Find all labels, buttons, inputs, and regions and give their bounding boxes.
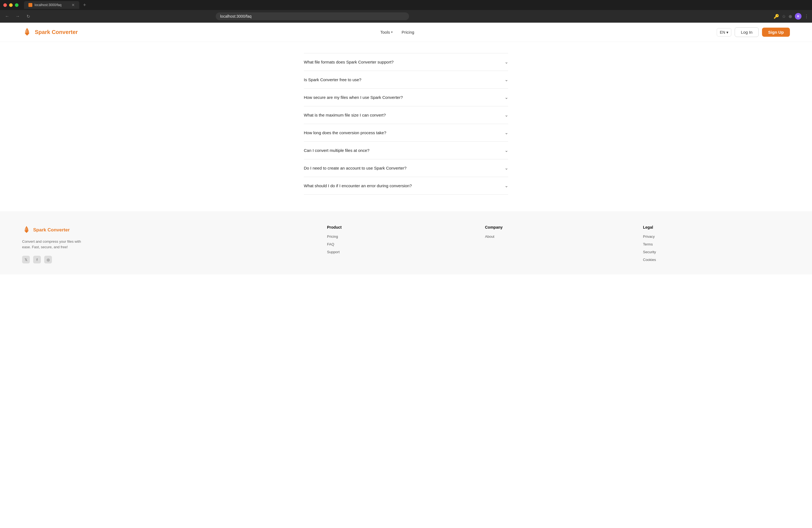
faq-question-7[interactable]: What should I do if I encounter an error… — [304, 177, 508, 194]
main-content: What file formats does Spark Converter s… — [298, 42, 514, 211]
window-minimize-dot[interactable] — [9, 3, 13, 7]
bookmark-icon[interactable]: ☆ — [782, 14, 786, 19]
tab-favicon — [28, 3, 32, 7]
faq-chevron-icon: ⌄ — [505, 59, 508, 64]
browser-titlebar: localhost:3000/faq ✕ + — [0, 0, 812, 10]
footer-logo-text: Spark Converter — [33, 227, 70, 233]
faq-item: What file formats does Spark Converter s… — [304, 53, 508, 71]
site-header: Spark Converter Tools ▾ Pricing EN ▾ Log… — [0, 23, 812, 42]
main-nav: Tools ▾ Pricing — [380, 30, 414, 34]
footer-social: 𝕏 f ◎ — [22, 256, 316, 263]
tools-chevron-icon: ▾ — [391, 30, 393, 34]
footer-tagline: Convert and compress your files with eas… — [22, 239, 88, 250]
footer-product-col: Product Pricing FAQ Support — [327, 225, 474, 263]
faq-question-text: Is Spark Converter free to use? — [304, 77, 361, 82]
facebook-icon[interactable]: f — [33, 256, 41, 263]
site-footer: Spark Converter Convert and compress you… — [0, 211, 812, 275]
faq-item: What should I do if I encounter an error… — [304, 177, 508, 195]
footer-about-link[interactable]: About — [485, 234, 494, 239]
tab-close-button[interactable]: ✕ — [72, 3, 75, 7]
footer-cookies-link[interactable]: Cookies — [643, 258, 656, 262]
logo-text: Spark Converter — [35, 29, 78, 35]
faq-item: How long does the conversion process tak… — [304, 124, 508, 142]
faq-question-5[interactable]: Can I convert multiple files at once? ⌄ — [304, 142, 508, 159]
faq-question-0[interactable]: What file formats does Spark Converter s… — [304, 53, 508, 71]
browser-addressbar: ← → ↻ 🔑 ☆ ⊕ R ⋮ — [0, 10, 812, 23]
new-tab-button[interactable]: + — [83, 2, 86, 8]
logo-icon — [22, 27, 32, 38]
faq-item: Do I need to create an account to use Sp… — [304, 159, 508, 177]
faq-chevron-icon: ⌄ — [505, 95, 508, 100]
forward-button[interactable]: → — [14, 14, 21, 19]
faq-question-text: Can I convert multiple files at once? — [304, 148, 369, 153]
password-icon[interactable]: 🔑 — [773, 14, 779, 19]
window-close-dot[interactable] — [3, 3, 7, 7]
faq-chevron-icon: ⌄ — [505, 183, 508, 188]
language-selector[interactable]: EN ▾ — [717, 28, 731, 36]
faq-chevron-icon: ⌄ — [505, 130, 508, 135]
faq-question-text: What is the maximum file size I can conv… — [304, 113, 386, 117]
faq-chevron-icon: ⌄ — [505, 77, 508, 82]
faq-item: Can I convert multiple files at once? ⌄ — [304, 142, 508, 159]
nav-pricing[interactable]: Pricing — [402, 30, 414, 34]
faq-list: What file formats does Spark Converter s… — [304, 53, 508, 195]
footer-legal-heading: Legal — [643, 225, 790, 230]
lang-chevron-icon: ▾ — [726, 30, 728, 34]
faq-question-text: Do I need to create an account to use Sp… — [304, 166, 407, 171]
instagram-icon[interactable]: ◎ — [44, 256, 52, 263]
faq-question-text: How secure are my files when I use Spark… — [304, 95, 403, 100]
footer-logo-icon — [22, 225, 31, 235]
pricing-label: Pricing — [402, 30, 414, 34]
footer-security-link[interactable]: Security — [643, 250, 656, 254]
footer-brand: Spark Converter Convert and compress you… — [22, 225, 316, 263]
faq-question-text: What should I do if I encounter an error… — [304, 184, 412, 188]
faq-question-6[interactable]: Do I need to create an account to use Sp… — [304, 159, 508, 177]
footer-legal-col: Legal Privacy Terms Security Cookies — [643, 225, 790, 263]
footer-legal-links: Privacy Terms Security Cookies — [643, 234, 790, 262]
faq-chevron-icon: ⌄ — [505, 165, 508, 171]
footer-company-col: Company About — [485, 225, 632, 263]
footer-product-heading: Product — [327, 225, 474, 230]
faq-chevron-icon: ⌄ — [505, 148, 508, 153]
signup-button[interactable]: Sign Up — [762, 28, 790, 37]
footer-product-links: Pricing FAQ Support — [327, 234, 474, 254]
refresh-button[interactable]: ↻ — [24, 14, 32, 19]
footer-grid: Spark Converter Convert and compress you… — [22, 225, 790, 263]
footer-faq-link[interactable]: FAQ — [327, 242, 334, 246]
footer-company-heading: Company — [485, 225, 632, 230]
faq-question-3[interactable]: What is the maximum file size I can conv… — [304, 106, 508, 124]
faq-question-4[interactable]: How long does the conversion process tak… — [304, 124, 508, 142]
faq-chevron-icon: ⌄ — [505, 113, 508, 118]
footer-support-link[interactable]: Support — [327, 250, 340, 254]
address-bar[interactable] — [216, 12, 409, 20]
logo-link[interactable]: Spark Converter — [22, 27, 78, 38]
footer-logo: Spark Converter — [22, 225, 316, 235]
faq-item: How secure are my files when I use Spark… — [304, 89, 508, 106]
tab-title: localhost:3000/faq — [34, 3, 61, 7]
address-right-actions: 🔑 ☆ ⊕ R ⋮ — [773, 13, 809, 19]
lang-label: EN — [720, 30, 725, 34]
footer-terms-link[interactable]: Terms — [643, 242, 653, 246]
faq-item: What is the maximum file size I can conv… — [304, 106, 508, 124]
faq-question-text: What file formats does Spark Converter s… — [304, 60, 394, 64]
tools-label: Tools — [380, 30, 390, 34]
user-avatar[interactable]: R — [795, 13, 801, 19]
footer-pricing-link[interactable]: Pricing — [327, 234, 338, 239]
footer-privacy-link[interactable]: Privacy — [643, 234, 655, 239]
footer-company-links: About — [485, 234, 632, 239]
login-button[interactable]: Log In — [735, 27, 759, 37]
faq-item: Is Spark Converter free to use? ⌄ — [304, 71, 508, 89]
nav-tools[interactable]: Tools ▾ — [380, 30, 393, 34]
header-actions: EN ▾ Log In Sign Up — [717, 27, 790, 37]
browser-tab[interactable]: localhost:3000/faq ✕ — [24, 1, 79, 9]
back-button[interactable]: ← — [3, 14, 11, 19]
menu-icon[interactable]: ⋮ — [804, 14, 809, 19]
extensions-icon[interactable]: ⊕ — [788, 14, 792, 19]
window-maximize-dot[interactable] — [15, 3, 18, 7]
faq-question-text: How long does the conversion process tak… — [304, 130, 387, 135]
faq-question-1[interactable]: Is Spark Converter free to use? ⌄ — [304, 71, 508, 88]
twitter-icon[interactable]: 𝕏 — [22, 256, 30, 263]
faq-question-2[interactable]: How secure are my files when I use Spark… — [304, 89, 508, 106]
